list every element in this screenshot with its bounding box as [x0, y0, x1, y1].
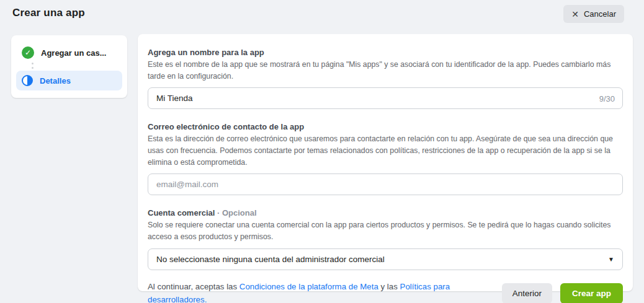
terms-text: Al continuar, aceptas las Condiciones de…: [148, 280, 498, 303]
app-name-input-wrap: 9/30: [148, 87, 623, 109]
platform-terms-link[interactable]: Condiciones de la plataforma de Meta: [239, 282, 378, 291]
caret-down-icon: ▼: [608, 256, 614, 263]
char-counter: 9/30: [599, 94, 615, 103]
back-button[interactable]: Anterior: [502, 283, 552, 303]
step-details[interactable]: Detalles: [16, 71, 122, 90]
page-title: Crear una app: [12, 7, 85, 19]
business-account-description: Solo se requiere conectar una cuenta com…: [148, 219, 623, 242]
business-account-select[interactable]: No seleccionaste ninguna cuenta del admi…: [148, 248, 623, 270]
contact-email-input[interactable]: [148, 173, 623, 195]
business-account-heading: Cuenta comercial · Opcional: [148, 208, 623, 217]
create-app-button[interactable]: Crear app: [560, 283, 623, 303]
details-form-panel: Agrega un nombre para la app Este es el …: [138, 34, 633, 291]
contact-email-heading: Correo electrónico de contacto de la app: [148, 122, 623, 131]
step-label: Agregar un cas...: [41, 48, 106, 58]
form-footer: Al continuar, aceptas las Condiciones de…: [148, 280, 623, 303]
business-account-heading-text: Cuenta comercial: [148, 208, 215, 217]
optional-label: · Opcional: [215, 208, 256, 217]
check-icon: ✓: [22, 46, 34, 59]
business-account-selected-value: No seleccionaste ninguna cuenta del admi…: [156, 255, 385, 264]
step-connector-dots: [32, 63, 122, 69]
close-icon: ✕: [571, 10, 579, 19]
app-name-heading: Agrega un nombre para la app: [148, 48, 623, 57]
terms-middle: y las: [378, 282, 400, 291]
app-name-input[interactable]: [148, 87, 623, 109]
step-label: Detalles: [40, 76, 71, 86]
stepper-panel: ✓ Agregar un cas... Detalles: [11, 35, 127, 98]
step-add-use-case[interactable]: ✓ Agregar un cas...: [16, 45, 122, 61]
app-name-description: Este es el nombre de la app que se mostr…: [148, 59, 623, 82]
cancel-button-label: Cancelar: [584, 9, 616, 19]
cancel-button[interactable]: ✕ Cancelar: [563, 5, 624, 23]
header: Crear una app ✕ Cancelar: [0, 0, 644, 27]
contact-email-input-wrap: [148, 173, 623, 195]
footer-buttons: Anterior Crear app: [502, 283, 623, 303]
half-circle-progress-icon: [22, 75, 33, 86]
contact-email-description: Esta es la dirección de correo electróni…: [148, 133, 623, 168]
terms-prefix: Al continuar, aceptas las: [148, 282, 239, 291]
